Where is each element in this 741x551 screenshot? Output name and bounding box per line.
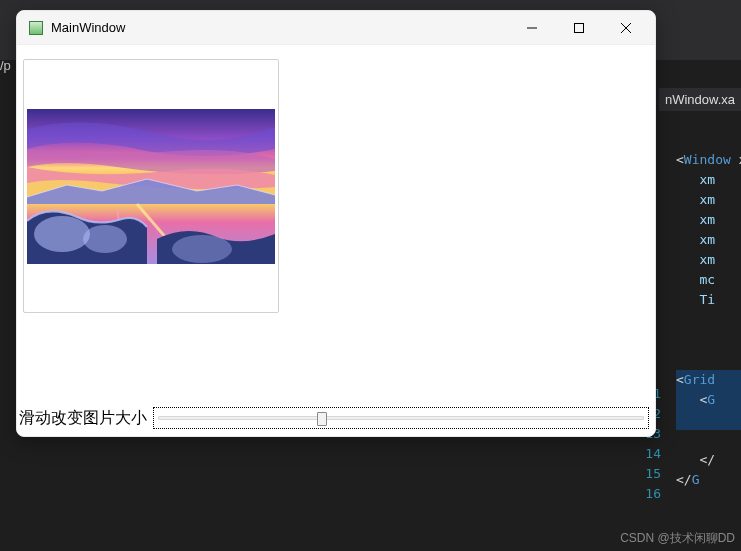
image-size-slider[interactable]	[153, 407, 649, 429]
minimize-icon	[527, 23, 537, 33]
window-client-area: 滑动改变图片大小	[17, 45, 655, 436]
minimize-button[interactable]	[509, 14, 555, 42]
sunset-landscape-image	[27, 109, 275, 264]
window-title: MainWindow	[51, 20, 509, 35]
close-icon	[621, 23, 631, 33]
image-container	[23, 59, 279, 313]
svg-point-5	[172, 235, 232, 263]
svg-rect-0	[575, 23, 584, 32]
svg-point-3	[34, 216, 90, 252]
maximize-icon	[574, 23, 584, 33]
app-icon	[29, 21, 43, 35]
slider-label: 滑动改变图片大小	[19, 408, 147, 429]
window-titlebar[interactable]: MainWindow	[17, 11, 655, 45]
svg-point-4	[83, 225, 127, 253]
watermark-text: CSDN @技术闲聊DD	[620, 530, 735, 547]
slider-track	[158, 416, 644, 420]
close-button[interactable]	[603, 14, 649, 42]
ide-tab-filename[interactable]: nWindow.xa	[659, 88, 741, 111]
ide-filepath: /p	[0, 58, 11, 73]
main-window: MainWindow	[16, 10, 656, 437]
code-editor-fragment[interactable]: <Window x: xm xm xm xm xm mc Ti <Grid <G…	[676, 150, 741, 551]
maximize-button[interactable]	[556, 14, 602, 42]
slider-thumb[interactable]	[317, 412, 327, 426]
slider-panel: 滑动改变图片大小	[19, 405, 649, 431]
